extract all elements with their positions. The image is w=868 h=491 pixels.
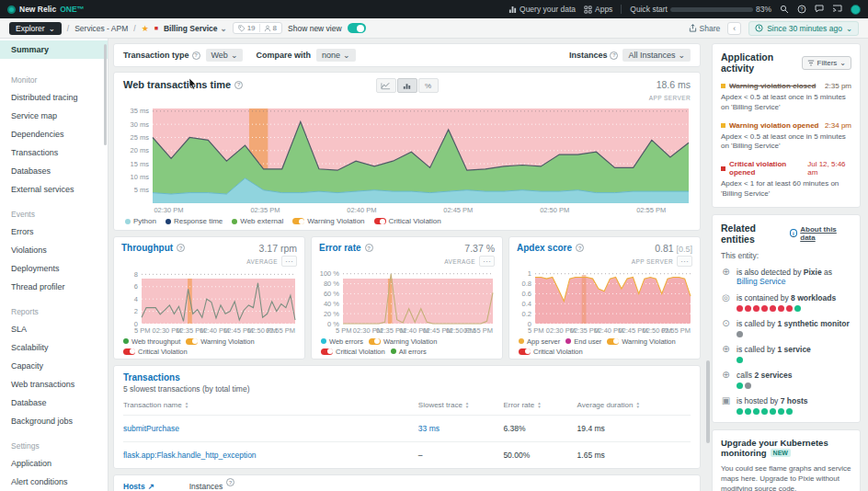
hosts-status-dots[interactable] — [737, 408, 808, 415]
legend-item[interactable]: Warning Violation — [292, 217, 364, 225]
help-icon[interactable]: ? — [797, 5, 806, 14]
legend-item[interactable]: Web throughput — [123, 337, 180, 346]
tags-count[interactable]: 19 — [238, 24, 256, 32]
legend-item[interactable]: Warning Violation — [369, 337, 437, 346]
monitor-status-dots[interactable] — [737, 331, 850, 337]
workload-status-dots[interactable] — [737, 305, 836, 312]
sidebar-item-service-map[interactable]: Service map — [0, 107, 108, 125]
histogram-toggle[interactable] — [397, 78, 417, 93]
col-slowest-trace[interactable]: Slowest trace▲▼ — [418, 401, 504, 409]
sidebar-item-background-jobs[interactable]: Background jobs — [0, 412, 108, 430]
info-icon[interactable]: ? — [234, 81, 243, 89]
feedback-icon[interactable] — [815, 5, 824, 14]
quick-start[interactable]: Quick start 83% — [630, 5, 771, 14]
apdex-legend[interactable]: App serverEnd userWarning ViolationCriti… — [517, 337, 692, 356]
error-rate-title[interactable]: Error rate — [319, 243, 361, 253]
col-error-rate[interactable]: Error rate▲▼ — [503, 401, 577, 409]
legend-item[interactable]: Warning Violation — [607, 337, 675, 346]
throughput-legend[interactable]: Web throughputWarning ViolationCritical … — [121, 337, 297, 356]
sidebar-item-sla[interactable]: SLA — [0, 320, 108, 338]
svg-text:6: 6 — [134, 282, 138, 291]
legend-item[interactable]: End user — [565, 337, 601, 346]
sidebar-item-violations[interactable]: Violations — [0, 241, 108, 259]
legend-item[interactable]: App server — [519, 337, 560, 346]
main-scrollbar[interactable] — [706, 360, 710, 443]
brand[interactable]: New Relic ONE™ — [7, 5, 85, 14]
sidebar-item-alert-conditions[interactable]: Alert conditions — [0, 473, 108, 491]
sidebar-item-scalability[interactable]: Scalability — [0, 338, 108, 357]
legend-item[interactable]: Critical Violation — [321, 348, 385, 356]
sidebar-item-application[interactable]: Application — [0, 454, 108, 473]
legend-item[interactable]: All errors — [391, 348, 427, 356]
users-count[interactable]: 8 — [264, 24, 277, 32]
user-avatar[interactable] — [851, 5, 861, 15]
query-your-data-button[interactable]: Query your data — [508, 5, 576, 14]
service-selector[interactable]: Billing Service⌄ — [164, 24, 227, 33]
filters-button[interactable]: Filters⌄ — [802, 56, 851, 70]
legend-item[interactable]: Response time — [166, 217, 223, 225]
sidebar-item-external-services[interactable]: External services — [0, 180, 108, 199]
search-icon[interactable] — [780, 5, 789, 14]
sidebar-item-database[interactable]: Database — [0, 394, 108, 412]
transactions-title[interactable]: Transactions — [123, 372, 691, 383]
sidebar-item-dependencies[interactable]: Dependencies — [0, 125, 108, 143]
hosts-link[interactable]: Hosts↗ — [123, 482, 154, 491]
apps-button[interactable]: Apps — [584, 5, 612, 14]
sidebar-item-transactions[interactable]: Transactions — [0, 143, 108, 162]
legend-item[interactable]: Python — [125, 217, 156, 225]
transaction-link[interactable]: flask.app:Flask.handle_http_exception — [123, 451, 418, 460]
web-transactions-legend[interactable]: PythonResponse timeWeb externalWarning V… — [123, 217, 691, 225]
legend-item[interactable]: Web errors — [321, 337, 363, 346]
service-status-dots[interactable] — [737, 357, 811, 363]
activity-item[interactable]: Warning violation opened 2:34 pm Apdex <… — [721, 121, 851, 153]
sidebar-item-capacity[interactable]: Capacity — [0, 357, 108, 375]
sidebar-item-databases[interactable]: Databases — [0, 162, 108, 180]
col-average-duration[interactable]: Average duration▲▼ — [577, 401, 691, 409]
sidebar-scrollbar[interactable] — [104, 44, 107, 145]
apdex-title[interactable]: Apdex score — [517, 243, 572, 253]
sidebar-item-distributed-tracing[interactable]: Distributed tracing — [0, 88, 108, 107]
time-range-picker[interactable]: Since 30 minutes ago ⌄ — [748, 21, 859, 36]
sidebar-item-errors[interactable]: Errors — [0, 223, 108, 241]
info-icon[interactable]: ? — [576, 244, 584, 252]
col-transaction-name[interactable]: Transaction name▲▼ — [123, 401, 418, 409]
calls-status-dots[interactable] — [737, 383, 793, 389]
throughput-menu[interactable]: ··· — [281, 256, 297, 267]
legend-item[interactable]: Web external — [232, 217, 283, 225]
transaction-link[interactable]: submitPurchase — [123, 424, 418, 433]
sidebar-item-summary[interactable]: Summary — [0, 40, 108, 59]
activity-item[interactable]: Critical violation opened Jul 12, 5:46 a… — [721, 160, 851, 200]
activity-item[interactable]: Warning violation closed 2:35 pm Apdex <… — [721, 82, 851, 113]
screen-share-icon[interactable] — [832, 5, 842, 14]
legend-item[interactable]: Warning Violation — [186, 337, 254, 346]
error-rate-legend[interactable]: Web errorsWarning ViolationCritical Viol… — [319, 337, 495, 356]
breadcrumb-services-apm[interactable]: Services - APM — [74, 24, 128, 33]
time-back-button[interactable]: ‹ — [727, 22, 741, 35]
billing-service-link[interactable]: Billing Service — [737, 277, 785, 286]
error-rate-menu[interactable]: ··· — [479, 256, 495, 267]
info-icon[interactable]: ? — [192, 51, 200, 60]
info-icon[interactable]: ? — [365, 244, 373, 252]
sidebar-item-deployments[interactable]: Deployments — [0, 259, 108, 278]
line-chart-toggle[interactable] — [376, 78, 396, 93]
info-icon[interactable]: ? — [610, 51, 618, 60]
percentile-toggle[interactable]: % — [418, 78, 439, 93]
share-button[interactable]: Share — [689, 24, 721, 33]
sidebar-item-web-transactions[interactable]: Web transactions — [0, 375, 108, 394]
info-icon[interactable]: ? — [226, 478, 234, 486]
slowest-trace-link[interactable]: 33 ms — [418, 424, 504, 433]
info-icon[interactable]: ? — [177, 244, 185, 252]
transaction-type-select[interactable]: Web⌄ — [206, 49, 244, 62]
legend-item[interactable]: Critical Violation — [374, 217, 441, 225]
favorite-star-icon[interactable]: ★ — [142, 24, 149, 33]
apdex-menu[interactable]: ··· — [677, 256, 692, 267]
compare-with-select[interactable]: none⌄ — [316, 49, 356, 62]
throughput-title[interactable]: Throughput — [121, 243, 173, 253]
legend-item[interactable]: Critical Violation — [519, 348, 583, 356]
instances-select[interactable]: All Instances⌄ — [622, 49, 691, 62]
legend-item[interactable]: Critical Violation — [123, 348, 188, 356]
about-this-data-link[interactable]: iAbout this data — [790, 225, 851, 242]
sidebar-item-thread-profiler[interactable]: Thread profiler — [0, 278, 108, 296]
show-new-view-toggle[interactable] — [348, 23, 366, 33]
explorer-dropdown[interactable]: Explorer⌄ — [9, 22, 62, 35]
